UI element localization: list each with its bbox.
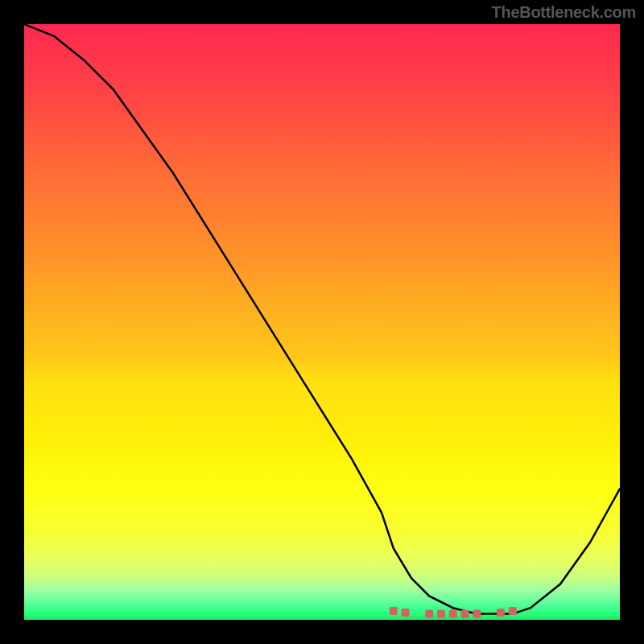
- highlight-point: [402, 609, 410, 617]
- highlight-point: [461, 610, 469, 618]
- highlight-point: [497, 609, 505, 617]
- highlight-point: [390, 607, 398, 615]
- plot-area: [24, 24, 620, 620]
- watermark-text: TheBottleneck.com: [492, 3, 636, 22]
- highlight-point: [509, 607, 517, 615]
- highlight-point: [425, 610, 433, 618]
- main-curve: [24, 24, 620, 614]
- highlight-point: [473, 610, 481, 618]
- highlight-point: [449, 610, 457, 618]
- chart-svg: [24, 24, 620, 620]
- highlight-point: [437, 610, 445, 618]
